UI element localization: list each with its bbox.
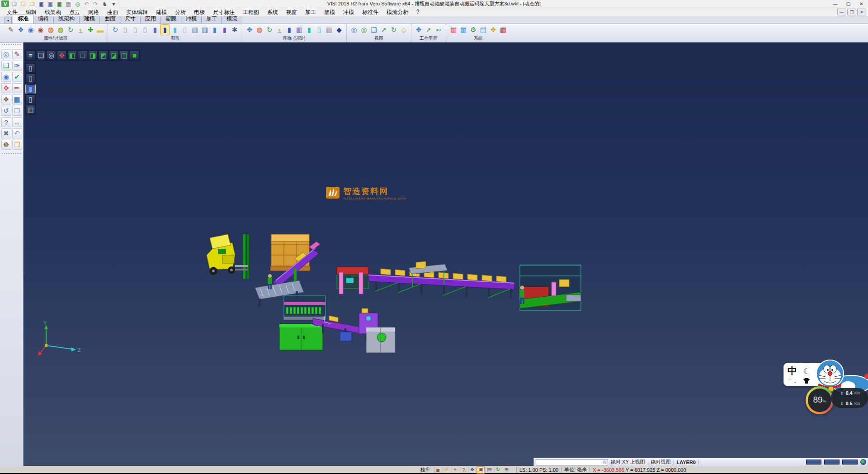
menu-item[interactable]: 标准件 <box>358 8 382 17</box>
3d-viewport[interactable]: ≡❑◎✥◧□◨◩◪◫■ ▯▯▮▯▥ 智造资料网 INTELLIGENT MANU… <box>24 43 868 466</box>
zoom-window-icon[interactable]: ◎ <box>359 25 368 35</box>
image-axes-icon[interactable]: ✥ <box>245 25 254 35</box>
thickness-swatch[interactable] <box>842 460 858 465</box>
record-icon[interactable]: ◙ <box>434 467 441 473</box>
ime-period-icon[interactable]: 。 <box>794 377 799 384</box>
window-select-icon[interactable]: ❑ <box>1 61 11 71</box>
menu-item[interactable]: 电极 <box>190 8 209 17</box>
zoom-scale-icon[interactable]: ❑ <box>369 25 378 35</box>
hatch-dark-icon[interactable]: ▥ <box>200 25 209 35</box>
edit-attributes-icon[interactable]: ✎ <box>6 25 15 35</box>
cylinder-hatch-icon[interactable]: ▥ <box>325 25 334 35</box>
context-help-icon[interactable]: ? <box>460 467 467 473</box>
hand-select-icon[interactable]: ✥ <box>489 25 498 35</box>
workplane-rotate-icon[interactable]: ➳ <box>434 25 443 35</box>
refresh-visibility-icon[interactable]: ↻ <box>66 25 75 35</box>
menu-item[interactable]: 建模 <box>152 8 171 17</box>
measure-icon[interactable]: ↔ <box>12 117 22 127</box>
cylinder-check-icon[interactable]: ▮ <box>305 25 314 35</box>
workplane-axes-icon[interactable]: ✥ <box>414 25 423 35</box>
remove-visible-icon[interactable]: ◉ <box>36 25 45 35</box>
mdi-close-button[interactable]: ✕ <box>857 9 866 15</box>
menu-item[interactable]: 曲面 <box>103 8 122 17</box>
preview-icon[interactable]: ◎ <box>74 0 81 7</box>
app-logo[interactable]: V <box>1 0 9 7</box>
active-layer-label[interactable]: LAYER0 <box>677 460 696 465</box>
zoom-plusminus-icon[interactable]: ◉ <box>1 72 11 82</box>
traffic-filter2-icon[interactable]: ◍ <box>56 25 65 35</box>
view-mode-label[interactable]: 绝对 XY 上视图 <box>611 459 645 465</box>
ghost-icon[interactable]: ▯ <box>180 25 189 35</box>
dynamic-shade-icon[interactable]: ▮ <box>210 25 219 35</box>
ime-comma-icon[interactable]: ’ <box>788 378 789 384</box>
wireframe-icon[interactable]: ▯ <box>121 25 130 35</box>
menu-item[interactable]: 冲模 <box>339 8 358 17</box>
qa-dropdown-icon[interactable]: ▾ <box>110 0 118 7</box>
menu-item[interactable]: 视窗 <box>282 8 301 17</box>
solid-view-icon[interactable]: ◆ <box>335 25 344 35</box>
auto-refresh-icon[interactable]: ↻ <box>494 467 501 473</box>
wand-icon[interactable]: ✐ <box>443 467 450 473</box>
curve-edit-icon[interactable]: ✏ <box>12 83 22 93</box>
menu-item[interactable]: 塑模 <box>320 8 339 17</box>
build-tools-icon[interactable]: ✦ <box>451 467 458 473</box>
dock-grip[interactable] <box>2 44 21 47</box>
snap-icon[interactable]: ❖ <box>468 467 476 473</box>
menu-item[interactable]: 网格 <box>84 8 103 17</box>
ime-skin-icon[interactable] <box>803 378 810 384</box>
network-speeds[interactable]: ⬆ 0.4 K/s ⬇ 0.5 K/s <box>831 388 868 408</box>
mdi-restore-button[interactable]: ❐ <box>847 9 856 15</box>
macro-icon[interactable]: ♞ <box>101 0 108 7</box>
grid-snap-icon[interactable]: ⊞ <box>503 467 510 473</box>
zoom-fly-icon[interactable]: ◎ <box>1 49 11 59</box>
show-all-icon[interactable]: ✚ <box>86 25 95 35</box>
menu-item[interactable]: 点云 <box>65 8 84 17</box>
menu-item[interactable]: 实体编辑 <box>122 8 152 17</box>
hidden-line-icon[interactable]: ▯ <box>131 25 140 35</box>
redo-icon[interactable]: ↷ <box>92 0 99 7</box>
shaded-edges-icon[interactable]: ▮ <box>160 25 170 35</box>
workplane-align-icon[interactable]: ➚ <box>424 25 433 35</box>
render-face-icon[interactable]: ☺ <box>399 25 408 35</box>
workplane-icon[interactable]: ✥ <box>1 83 11 93</box>
delete-icon[interactable]: ✖ <box>1 128 11 138</box>
undo-step-icon[interactable]: ↶ <box>12 128 22 138</box>
save-all-icon[interactable]: ▣ <box>56 0 63 7</box>
print-icon[interactable]: ▤ <box>65 0 72 7</box>
close-button[interactable]: ✕ <box>855 0 868 8</box>
menu-item[interactable]: 线架构 <box>41 8 65 17</box>
save-icon[interactable]: ▣ <box>38 0 45 7</box>
system-settings-icon[interactable]: ⚙ <box>469 25 478 35</box>
image-refresh-icon[interactable]: ↻ <box>265 25 274 35</box>
cylinder-striped-icon[interactable]: ▥ <box>295 25 304 35</box>
toggle-visibility-icon[interactable]: ± <box>76 25 85 35</box>
ime-fullwidth-icon[interactable]: ☾ <box>803 367 810 375</box>
attribute-filter-icon[interactable]: ❖ <box>16 25 25 35</box>
shaded-transparent-icon[interactable]: ▮ <box>170 25 179 35</box>
color-table-icon[interactable]: ▦ <box>459 25 468 35</box>
menu-item[interactable]: 尺寸标注 <box>209 8 239 17</box>
layer-stack-icon[interactable]: ▤ <box>486 467 493 473</box>
hatch-icon[interactable]: ▥ <box>190 25 199 35</box>
menu-item[interactable]: 加工 <box>301 8 320 17</box>
shaded-icon[interactable]: ▮ <box>151 25 160 35</box>
absolute-view-label[interactable]: 绝对视图 <box>651 459 671 465</box>
command-search-input[interactable]: ◎ <box>536 459 608 465</box>
cylinder-blue-icon[interactable]: ▮ <box>285 25 294 35</box>
globe-icon[interactable] <box>860 459 866 465</box>
sketch-erase-icon[interactable]: ✎ <box>12 49 22 59</box>
menu-item[interactable]: 模流分析 <box>382 8 412 17</box>
help-icon[interactable]: ? <box>1 117 11 127</box>
tools-wheel-icon[interactable]: ☸ <box>1 140 11 150</box>
save-as-icon[interactable]: ▣ <box>47 0 54 7</box>
calendar-tools-icon[interactable]: ▤ <box>479 25 488 35</box>
grid-plane-icon[interactable]: ▦ <box>12 95 22 104</box>
workplane-box-icon[interactable]: ▣ <box>477 467 484 473</box>
tab-dropdown-icon[interactable]: ▾ <box>5 17 12 24</box>
open-recent-icon[interactable]: ❒ <box>28 0 36 7</box>
battery-gauge[interactable]: 89 % <box>806 386 834 414</box>
hide-selected-icon[interactable]: ▬ <box>96 25 105 35</box>
ime-language-toggle[interactable]: 中 <box>788 365 797 377</box>
menu-item[interactable]: ? <box>412 8 424 17</box>
zoom-inout-icon[interactable]: ◎ <box>349 25 359 35</box>
